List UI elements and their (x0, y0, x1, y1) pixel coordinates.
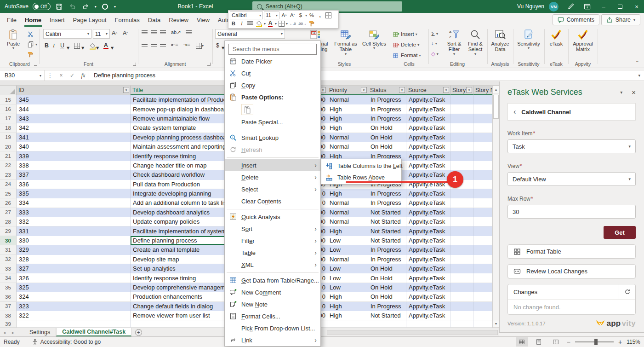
row-number[interactable]: 32 (0, 255, 17, 264)
cell-id[interactable]: 324 (17, 292, 131, 301)
row-number[interactable]: 20 (0, 142, 17, 151)
field-view-select[interactable]: Default View▾ (507, 172, 636, 186)
font-dialog-launcher[interactable] (133, 63, 136, 66)
mini-percent-icon[interactable]: % (308, 12, 315, 19)
cell-storyn[interactable] (473, 320, 492, 327)
row-number[interactable]: 23 (0, 170, 17, 179)
row-number[interactable]: 22 (0, 161, 17, 170)
mini-fill-color-icon[interactable] (255, 20, 263, 28)
mini-align-icon[interactable] (246, 20, 254, 28)
row-number[interactable]: 16 (0, 104, 17, 114)
wrap-text-icon[interactable] (186, 30, 192, 35)
menu-item-date-picker[interactable]: Date Picker (225, 55, 320, 67)
mini-borders-dropdown[interactable]: ▾ (286, 22, 288, 26)
row-number[interactable]: 19 (0, 133, 17, 142)
fill-button[interactable]: ↓▾ (431, 40, 437, 46)
cell-story[interactable] (450, 217, 473, 226)
mini-increase-decimal-icon[interactable]: ←.0 (289, 20, 296, 28)
row-number[interactable]: 29 (0, 226, 17, 236)
cell-id[interactable]: 333 (17, 208, 131, 217)
cell-story[interactable] (450, 264, 473, 273)
row-number[interactable]: 21 (0, 151, 17, 161)
menu-item-new-comment[interactable]: New Comment (225, 286, 320, 298)
accounting-format-icon[interactable]: $ (216, 42, 219, 49)
tab-page-layout[interactable]: Page Layout (69, 13, 111, 27)
zoom-level[interactable]: 115% (627, 339, 640, 345)
align-middle-icon[interactable] (151, 30, 157, 35)
cell-source[interactable]: Appvity.eTask (406, 189, 450, 198)
cell-status[interactable]: In Progress (368, 302, 406, 311)
row-number[interactable]: 31 (0, 245, 17, 254)
tab-data[interactable]: Data (144, 13, 165, 27)
decrease-indent-icon[interactable]: ⇤≡ (171, 42, 178, 48)
cell-priority[interactable]: High (327, 226, 368, 236)
cell-story[interactable] (450, 273, 473, 283)
menu-item-paste-special[interactable]: Paste Special... (225, 116, 320, 128)
cell-id[interactable]: 337 (17, 170, 131, 179)
cell-id[interactable]: 338 (17, 161, 131, 170)
filter-icon[interactable]: ▾ (361, 87, 367, 93)
cell-priority[interactable]: Low (327, 283, 368, 292)
menu-item-delete[interactable]: Delete› (225, 171, 320, 183)
cell-story[interactable] (450, 292, 473, 301)
row-number[interactable]: 26 (0, 198, 17, 208)
menu-item-select[interactable]: Select› (225, 183, 320, 195)
menu-item-table[interactable]: Table› (225, 247, 320, 259)
row-number[interactable]: 27 (0, 208, 17, 217)
italic-button[interactable]: I (53, 42, 55, 49)
cell-status[interactable]: In Progress (368, 245, 406, 254)
prev-sheet-icon[interactable]: ◂ (0, 328, 9, 336)
next-sheet-icon[interactable]: ▸ (9, 328, 17, 336)
column-header-story[interactable]: Story▾ (450, 86, 473, 95)
cell-id[interactable]: 322 (17, 311, 131, 320)
cell-storyn[interactable] (473, 311, 492, 320)
refresh-changes-button[interactable] (619, 284, 635, 299)
menu-item-insert[interactable]: Insert› (225, 159, 320, 171)
cell-story[interactable] (450, 245, 473, 254)
paste-button[interactable]: Paste▾ (3, 29, 24, 51)
cell-story[interactable] (450, 151, 473, 161)
cell-storyn[interactable] (473, 226, 492, 236)
normal-view-button[interactable] (516, 337, 528, 347)
horizontal-scrollbar[interactable] (327, 330, 498, 335)
cell-status[interactable]: On Hold (368, 123, 406, 133)
decrease-font-icon[interactable]: Aˇ (123, 30, 128, 36)
cell-styles-button[interactable]: Cell Styles▾ (361, 29, 387, 51)
menu-item-cut[interactable]: Cut (225, 67, 320, 79)
increase-indent-icon[interactable]: ⇥≡ (183, 42, 190, 48)
align-right-icon[interactable] (160, 43, 166, 47)
cell-id[interactable]: 342 (17, 123, 131, 133)
cell-id[interactable]: 329 (17, 245, 131, 254)
font-color-dropdown-icon[interactable]: ▾ (111, 44, 114, 51)
number-format-combo[interactable]: General▾ (215, 29, 285, 39)
cell-storyn[interactable] (473, 273, 492, 283)
cell-id[interactable]: 325 (17, 283, 131, 292)
cell-status[interactable]: On Hold (368, 264, 406, 273)
cell-storyn[interactable] (473, 151, 492, 161)
cell-status[interactable]: On Hold (368, 273, 406, 283)
column-header-status[interactable]: Status▾ (368, 86, 406, 95)
mini-fill-dropdown[interactable]: ▾ (264, 22, 266, 26)
scroll-up-icon[interactable]: ▴ (493, 86, 499, 93)
cell-id[interactable] (17, 320, 131, 327)
sort-filter-button[interactable]: AZ Sort & Filter▾ (444, 29, 464, 57)
cell-status[interactable]: Not Started (368, 226, 406, 236)
format-painter-button[interactable] (27, 51, 34, 58)
delete-cells-button[interactable]: Delete▾ (392, 41, 419, 48)
cell-priority[interactable]: Low (327, 273, 368, 283)
borders-button[interactable] (74, 43, 80, 49)
row-number[interactable]: 25 (0, 189, 17, 198)
cell-id[interactable]: 326 (17, 273, 131, 283)
row-number[interactable]: 37 (0, 302, 17, 311)
cell-story[interactable] (450, 198, 473, 208)
cell-id[interactable]: 341 (17, 133, 131, 142)
cell-id[interactable]: 336 (17, 180, 131, 189)
cell-source[interactable]: Appvity.eTask (406, 142, 450, 151)
cell-status[interactable]: On Hold (368, 283, 406, 292)
row-number[interactable]: 39 (0, 320, 17, 327)
sensitivity-button[interactable]: Sensitivity▾ (516, 29, 541, 51)
menu-item-filter[interactable]: Filter› (225, 235, 320, 247)
cell-story[interactable] (450, 123, 473, 133)
ribbon-display-options-icon[interactable] (582, 2, 592, 11)
cell-story[interactable] (450, 208, 473, 217)
